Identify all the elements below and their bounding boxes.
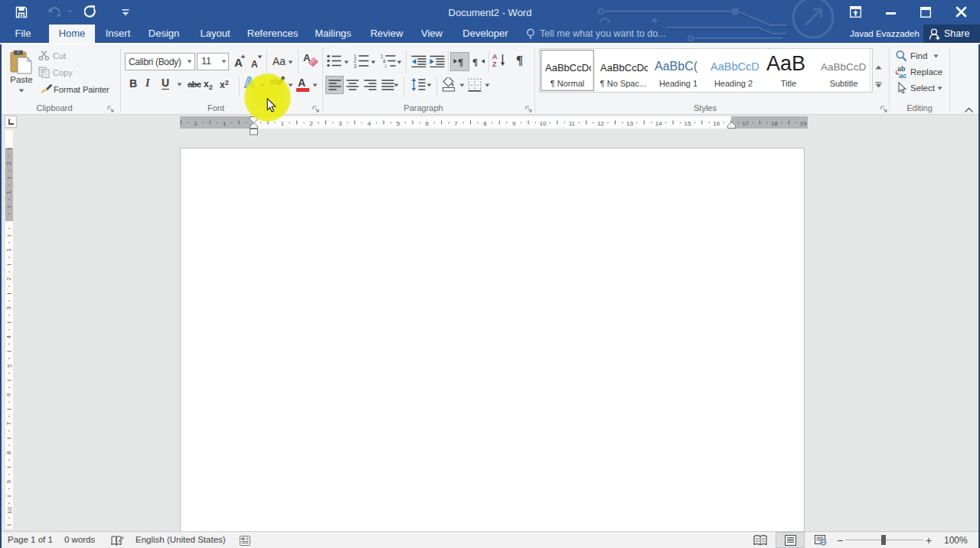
svg-text:ac: ac	[899, 72, 906, 79]
svg-text:¶: ¶	[458, 56, 463, 67]
svg-text:18: 18	[771, 120, 778, 127]
svg-text:15: 15	[684, 120, 691, 127]
svg-text:16: 16	[713, 120, 720, 127]
svg-text:4: 4	[6, 334, 13, 338]
svg-text:10: 10	[540, 120, 547, 127]
svg-text:7: 7	[6, 422, 13, 426]
svg-text:8: 8	[483, 120, 487, 127]
svg-text:A: A	[492, 53, 498, 60]
svg-text:i: i	[385, 64, 386, 69]
svg-text:11: 11	[569, 120, 576, 127]
svg-text:5: 5	[6, 364, 13, 367]
svg-text:3: 3	[354, 64, 357, 69]
svg-text:10: 10	[6, 507, 13, 514]
svg-text:3: 3	[6, 306, 13, 310]
svg-text:17: 17	[742, 120, 749, 127]
svg-text:1: 1	[6, 248, 13, 252]
svg-text:8: 8	[6, 451, 13, 455]
svg-text:7: 7	[454, 120, 458, 127]
svg-text:12: 12	[597, 120, 604, 127]
svg-text:9: 9	[512, 120, 516, 127]
svg-text:9: 9	[6, 479, 13, 483]
svg-text:19: 19	[800, 120, 807, 127]
svg-text:4: 4	[368, 120, 371, 127]
svg-text:2: 2	[6, 277, 13, 281]
svg-text:Z: Z	[492, 60, 497, 68]
svg-text:2: 2	[309, 120, 313, 127]
svg-text:14: 14	[655, 120, 662, 127]
svg-text:3: 3	[338, 120, 342, 127]
svg-text:5: 5	[397, 120, 400, 127]
svg-text:6: 6	[6, 393, 13, 396]
svg-text:1: 1	[281, 120, 285, 127]
svg-text:¶: ¶	[472, 56, 478, 67]
svg-text:6: 6	[426, 120, 430, 127]
svg-text:2: 2	[194, 120, 198, 127]
svg-text:1: 1	[6, 190, 13, 194]
svg-text:13: 13	[626, 120, 633, 127]
svg-text:1: 1	[223, 120, 227, 127]
svg-text:2: 2	[6, 161, 13, 165]
